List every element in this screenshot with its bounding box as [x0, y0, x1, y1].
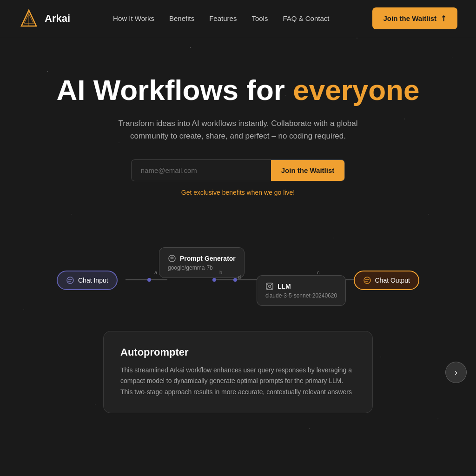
brand-name: Arkai	[45, 13, 70, 25]
chat-input-node: Chat Input	[57, 271, 118, 290]
hero-subtitle: Transform ideas into AI workflows instan…	[108, 117, 368, 142]
email-form: Join the Waitlist	[131, 159, 345, 181]
nav-link-tools[interactable]: Tools	[251, 14, 268, 22]
prompt-generator-title: Prompt Generator	[180, 255, 236, 262]
nav-waitlist-arrow: ↗	[438, 13, 449, 24]
chat-input-label: Chat Input	[78, 277, 108, 284]
hero-title: AI Workflows for everyone	[57, 74, 420, 106]
nav-link-benefits[interactable]: Benefits	[169, 14, 194, 22]
nav-link-faq[interactable]: FAQ & Contact	[283, 14, 329, 22]
conn-dot-d	[233, 278, 237, 282]
svg-point-3	[67, 277, 73, 284]
llm-card: LLM claude-3-5-sonnet-20240620	[257, 275, 346, 306]
email-input[interactable]	[132, 160, 271, 181]
svg-point-12	[364, 277, 370, 284]
chat-output-label: Chat Output	[375, 277, 410, 284]
arkai-logo-icon	[19, 8, 39, 29]
hero-join-button[interactable]: Join the Waitlist	[271, 160, 344, 181]
llm-icon	[265, 282, 274, 291]
logo-area: Arkai	[19, 8, 70, 29]
chat-output-node: Chat Output	[354, 271, 420, 290]
prompt-generator-subtitle: google/gemma-7b	[168, 264, 236, 271]
nav-link-how-it-works[interactable]: How It Works	[113, 14, 154, 22]
bottom-card-title: Autoprompter	[120, 346, 356, 358]
chat-output-icon	[363, 276, 371, 284]
line-input-to-prompt	[126, 279, 167, 280]
svg-point-7	[269, 285, 271, 287]
svg-point-9	[271, 284, 272, 285]
prompt-generator-card: Prompt Generator google/gemma-7b	[159, 247, 245, 278]
conn-dot-b	[212, 278, 216, 282]
workflow-canvas: a b c d Chat Input Prompt Generator goog…	[57, 243, 419, 317]
svg-point-10	[267, 288, 268, 289]
next-button-icon: ›	[455, 368, 457, 377]
next-button[interactable]: ›	[445, 362, 467, 383]
svg-point-11	[271, 288, 272, 289]
hero-section: AI Workflows for everyone Transform idea…	[0, 37, 476, 215]
navbar: Arkai How It Works Benefits Features Too…	[0, 0, 476, 37]
label-a: a	[154, 270, 157, 275]
prompt-generator-icon	[168, 254, 176, 263]
bottom-card-description: This streamlined Arkai workflow enhances…	[120, 365, 356, 398]
label-c: c	[317, 270, 320, 275]
chat-input-icon	[66, 276, 74, 284]
nav-waitlist-label: Join the Waitlist	[383, 14, 436, 22]
svg-point-8	[267, 284, 268, 285]
svg-rect-6	[266, 283, 273, 290]
llm-title-row: LLM	[265, 282, 337, 291]
llm-subtitle: claude-3-5-sonnet-20240620	[265, 292, 337, 299]
conn-dot-a	[147, 278, 151, 282]
nav-waitlist-button[interactable]: Join the Waitlist ↗	[372, 7, 457, 29]
bottom-card: Autoprompter This streamlined Arkai work…	[103, 331, 373, 413]
label-d: d	[238, 274, 241, 280]
hero-title-accent: everyone	[293, 74, 419, 106]
llm-title: LLM	[278, 283, 291, 290]
hero-title-part1: AI Workflows for	[57, 74, 293, 106]
nav-link-features[interactable]: Features	[209, 14, 237, 22]
nav-links: How It Works Benefits Features Tools FAQ…	[113, 14, 329, 22]
workflow-area: a b c d Chat Input Prompt Generator goog…	[0, 229, 476, 331]
prompt-generator-title-row: Prompt Generator	[168, 254, 236, 263]
label-b: b	[219, 270, 222, 275]
svg-point-5	[172, 258, 173, 259]
exclusive-text: Get exclusive benefits when we go live!	[181, 189, 295, 196]
